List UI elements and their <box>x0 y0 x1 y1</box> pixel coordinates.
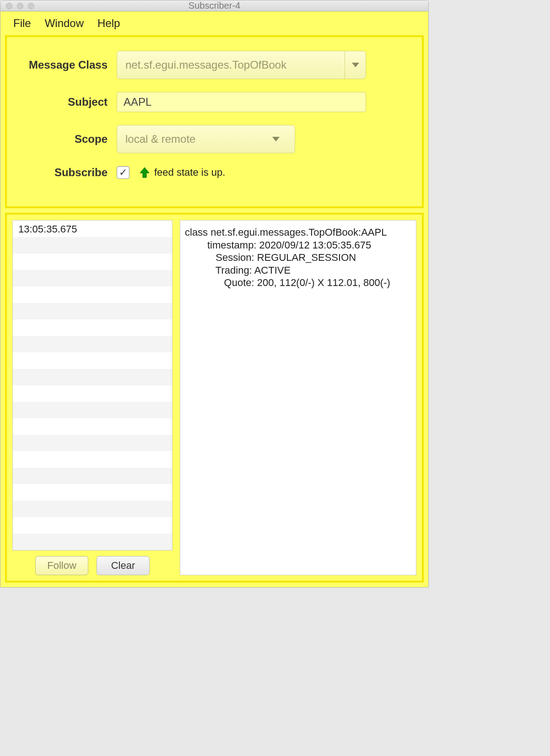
arrow-up-icon <box>139 167 151 178</box>
menu-help[interactable]: Help <box>97 17 120 30</box>
list-item[interactable] <box>13 254 172 270</box>
list-item[interactable] <box>13 534 172 550</box>
list-item[interactable] <box>13 402 172 418</box>
row-subject: Subject <box>21 92 408 112</box>
list-item[interactable] <box>13 303 172 319</box>
row-scope: Scope local & remote <box>21 125 408 153</box>
chevron-down-icon <box>345 51 366 79</box>
minimize-icon[interactable] <box>17 3 23 9</box>
left-column: 13:05:35.675 Follow Clear <box>12 220 173 575</box>
list-item[interactable] <box>13 385 172 402</box>
list-item[interactable] <box>13 435 172 451</box>
subject-input[interactable] <box>117 92 366 112</box>
list-item[interactable] <box>13 352 172 369</box>
message-class-value: net.sf.egui.messages.TopOfBook <box>125 59 286 71</box>
list-item[interactable] <box>13 517 172 534</box>
menubar: File Window Help <box>0 11 428 35</box>
list-item[interactable] <box>13 501 172 517</box>
follow-button[interactable]: Follow <box>35 556 88 575</box>
menu-file[interactable]: File <box>13 17 31 30</box>
checkmark-icon: ✓ <box>119 167 127 178</box>
row-subscribe: Subscribe ✓ feed state is up. <box>21 166 408 179</box>
message-class-combo[interactable]: net.sf.egui.messages.TopOfBook <box>117 51 366 79</box>
list-item[interactable] <box>13 270 172 286</box>
label-subject: Subject <box>21 96 117 108</box>
scope-combo[interactable]: local & remote <box>117 125 295 153</box>
label-subscribe: Subscribe <box>21 166 117 179</box>
lower-panel: 13:05:35.675 Follow Clear class net.sf.e… <box>5 213 424 583</box>
scope-value: local & remote <box>125 133 195 146</box>
row-message-class: Message Class net.sf.egui.messages.TopOf… <box>21 51 408 79</box>
traffic-lights <box>6 3 34 9</box>
config-panel: Message Class net.sf.egui.messages.TopOf… <box>5 35 424 208</box>
list-item[interactable] <box>13 484 172 501</box>
timestamp-list[interactable]: 13:05:35.675 <box>12 220 173 551</box>
list-item[interactable] <box>13 336 172 352</box>
clear-button[interactable]: Clear <box>97 556 150 575</box>
app-window: Subscriber-4 File Window Help Message Cl… <box>0 0 429 588</box>
titlebar: Subscriber-4 <box>0 0 428 11</box>
app-body: File Window Help Message Class net.sf.eg… <box>0 11 428 587</box>
menu-window[interactable]: Window <box>45 17 84 30</box>
label-scope: Scope <box>21 133 117 146</box>
button-row: Follow Clear <box>12 551 173 575</box>
list-item[interactable] <box>13 237 172 254</box>
list-item[interactable]: 13:05:35.675 <box>13 221 172 237</box>
close-icon[interactable] <box>6 3 12 9</box>
list-item[interactable] <box>13 451 172 468</box>
zoom-icon[interactable] <box>28 3 34 9</box>
list-item[interactable] <box>13 418 172 435</box>
detail-pane[interactable]: class net.sf.egui.messages.TopOfBook:AAP… <box>180 220 416 575</box>
list-item[interactable] <box>13 369 172 385</box>
feed-state-text: feed state is up. <box>154 167 225 178</box>
label-message-class: Message Class <box>21 59 117 71</box>
list-item[interactable] <box>13 286 172 303</box>
chevron-down-icon <box>265 137 286 141</box>
list-item[interactable] <box>13 468 172 484</box>
list-item[interactable] <box>13 319 172 336</box>
window-title: Subscriber-4 <box>189 0 240 11</box>
subscribe-checkbox[interactable]: ✓ <box>117 166 129 179</box>
